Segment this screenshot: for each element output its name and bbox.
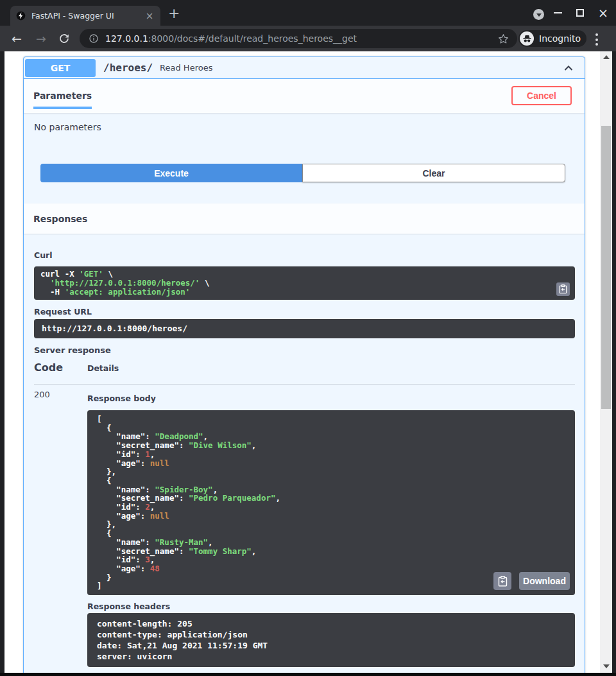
response-row: 200 Response body [ { "name": "Deadpond"… (34, 385, 575, 667)
info-icon[interactable] (89, 33, 99, 44)
browser-toolbar: ← → 127.0.0.1:8000/docs#/default/read_he… (0, 26, 616, 51)
caret-down-icon (536, 13, 542, 17)
browser-tab[interactable]: FastAPI - Swagger UI × (10, 6, 160, 26)
request-url-block: http://127.0.0.1:8000/heroes/ (34, 319, 575, 338)
operation-summary[interactable]: GET /heroes/ Read Heroes (24, 57, 585, 79)
browser-menu-button[interactable] (595, 33, 598, 46)
clear-button[interactable]: Clear (302, 164, 565, 182)
tab-close-icon[interactable]: × (144, 10, 155, 22)
response-body-json: [ { "name": "Deadpond", "secret_name": "… (97, 415, 565, 591)
response-headers-block: content-length: 205 content-type: applic… (87, 613, 575, 667)
fastapi-favicon (16, 11, 26, 21)
response-body-label: Response body (87, 394, 575, 403)
reload-button[interactable] (56, 33, 72, 44)
window-right-edge (612, 51, 616, 673)
response-headers-text: content-length: 205 content-type: applic… (97, 618, 565, 662)
no-parameters-text: No parameters (34, 122, 574, 132)
swagger-page: GET /heroes/ Read Heroes Parameters Canc… (4, 51, 600, 673)
clipboard-icon (498, 576, 508, 587)
server-response-label: Server response (34, 345, 575, 355)
window-minimize-button[interactable] (554, 12, 562, 13)
method-badge: GET (25, 59, 96, 77)
curl-command-block: curl -X 'GET' \ 'http://127.0.0.1:8000/h… (34, 266, 575, 300)
reload-icon (58, 33, 70, 44)
operation-description: Read Heroes (160, 63, 562, 73)
request-url-label: Request URL (34, 307, 575, 316)
curl-label: Curl (34, 250, 575, 260)
bookmark-star-icon[interactable] (497, 33, 509, 45)
scrollbar-thumb[interactable] (601, 126, 611, 409)
window-maximize-button[interactable] (576, 9, 584, 17)
status-code: 200 (34, 390, 87, 667)
download-button[interactable]: Download (519, 572, 570, 590)
code-column-header: Code (34, 361, 87, 374)
forward-button[interactable]: → (33, 31, 49, 46)
browser-titlebar: FastAPI - Swagger UI × + × (0, 0, 616, 26)
copy-response-button[interactable] (493, 572, 511, 590)
address-bar[interactable]: 127.0.0.1:8000/docs#/default/read_heroes… (80, 29, 517, 48)
response-headers-label: Response headers (87, 602, 575, 611)
cancel-button[interactable]: Cancel (511, 86, 572, 105)
clipboard-icon (559, 284, 567, 294)
details-column-header: Details (87, 363, 119, 373)
window-close-button[interactable]: × (598, 7, 608, 19)
responses-header: Responses (24, 204, 585, 234)
url-text[interactable]: 127.0.0.1:8000/docs#/default/read_heroes… (105, 33, 497, 44)
operation-path: /heroes/ (103, 62, 153, 74)
copy-curl-button[interactable] (556, 282, 570, 296)
incognito-badge: Incognito (518, 30, 586, 47)
scrollbar-up-arrow[interactable] (603, 55, 610, 59)
curl-code: curl -X 'GET' \ 'http://127.0.0.1:8000/h… (40, 270, 569, 297)
parameters-header: Parameters Cancel (24, 79, 585, 113)
back-button[interactable]: ← (9, 31, 24, 46)
window-bottom-edge (0, 673, 616, 676)
opblock-get-heroes: GET /heroes/ Read Heroes Parameters Canc… (23, 56, 585, 673)
execute-button[interactable]: Execute (40, 164, 302, 182)
scrollbar-down-arrow[interactable] (603, 664, 610, 668)
parameters-tab[interactable]: Parameters (33, 91, 92, 109)
incognito-icon (520, 31, 534, 46)
response-body-block: [ { "name": "Deadpond", "secret_name": "… (87, 410, 575, 595)
page-scrollbar[interactable] (600, 51, 612, 673)
collapse-chevron-icon[interactable] (562, 62, 575, 74)
tab-search-button[interactable] (533, 9, 544, 20)
response-table-header: Code Details (34, 361, 575, 385)
tab-title: FastAPI - Swagger UI (31, 11, 144, 21)
new-tab-button[interactable]: + (168, 8, 180, 19)
